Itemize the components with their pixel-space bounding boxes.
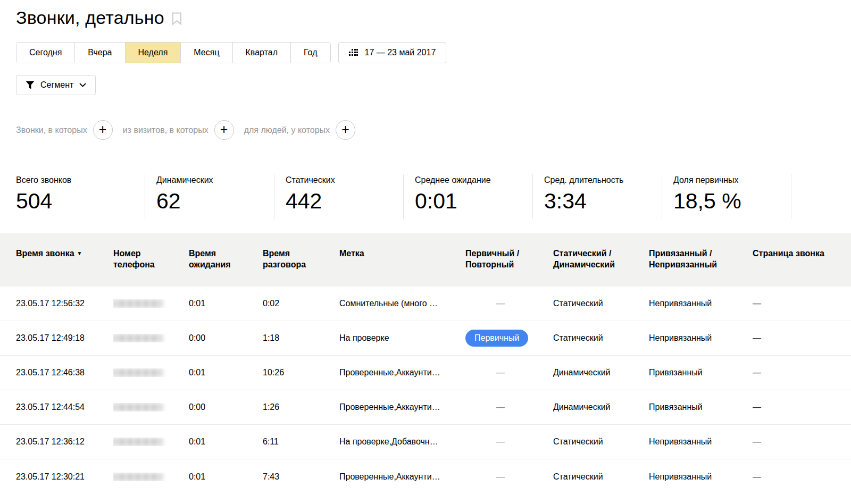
- column-header[interactable]: Страница звонка: [753, 248, 835, 270]
- segment-row: Сегмент: [0, 75, 851, 95]
- add-filter-button[interactable]: +: [214, 120, 234, 140]
- column-header-label: Страница звонка: [753, 249, 824, 258]
- metric-value: 442: [286, 190, 403, 213]
- metric-label: Динамических: [156, 175, 274, 185]
- column-header[interactable]: Привязанный / Непривязанный: [649, 248, 753, 270]
- add-filter-button[interactable]: +: [93, 120, 113, 140]
- talk-time-cell: 0:02: [263, 299, 339, 308]
- primary-badge: Первичный: [465, 330, 528, 347]
- call-time-cell: 23.05.17 12:44:54: [16, 402, 113, 412]
- table-row[interactable]: 23.05.17 12:46:380:0110:26Проверенные,Ак…: [0, 356, 851, 390]
- wait-time-cell: 0:01: [189, 437, 263, 447]
- static-dynamic-cell: Статический: [553, 299, 649, 308]
- phone-cell: [113, 438, 189, 446]
- empty-value-dash: —: [496, 437, 505, 446]
- table-row[interactable]: 23.05.17 12:49:180:001:18На проверкеПерв…: [0, 321, 851, 356]
- static-dynamic-cell: Динамический: [553, 368, 649, 377]
- column-header-label: Привязанный / Непривязанный: [649, 249, 717, 269]
- tag-cell: На проверке: [339, 333, 465, 343]
- column-header[interactable]: Метка: [339, 248, 465, 270]
- metric-card: Доля первичных18,5 %: [662, 174, 791, 219]
- table-header-row: Время звонка▼Номер телефонаВремя ожидани…: [16, 248, 835, 270]
- tag-cell: Проверенные,Аккаунти…: [339, 368, 465, 377]
- call-page-cell: —: [753, 472, 835, 482]
- call-page-cell: —: [753, 402, 835, 412]
- phone-cell: [113, 368, 189, 377]
- column-header[interactable]: Номер телефона: [113, 248, 189, 270]
- binding-cell: Привязанный: [649, 368, 753, 377]
- tab-week[interactable]: Неделя: [125, 43, 181, 63]
- wait-time-cell: 0:01: [189, 472, 263, 482]
- table-row[interactable]: 23.05.17 12:56:320:010:02Сомнительные (м…: [0, 287, 851, 321]
- talk-time-cell: 6:11: [263, 437, 339, 447]
- period-tabs: СегодняВчераНеделяМесяцКварталГод: [16, 42, 331, 63]
- table-body: 23.05.17 12:56:320:010:02Сомнительные (м…: [0, 287, 851, 494]
- metric-card: Сред. длительность3:34: [533, 174, 662, 219]
- metric-value: 504: [16, 190, 145, 213]
- column-header[interactable]: Время звонка▼: [16, 248, 113, 270]
- column-header-label: Метка: [339, 249, 364, 258]
- wait-time-cell: 0:01: [189, 368, 263, 377]
- phone-number-redacted: [113, 299, 162, 308]
- call-time-cell: 23.05.17 12:49:18: [16, 333, 113, 343]
- tag-cell: На проверке,Добавочн…: [339, 437, 465, 447]
- empty-value-dash: —: [496, 402, 505, 411]
- empty-value-dash: —: [496, 368, 505, 377]
- metric-value: 0:01: [415, 190, 532, 213]
- empty-value-dash: —: [496, 299, 505, 308]
- metric-card: Динамических62: [145, 174, 274, 219]
- empty-value-dash: —: [753, 402, 761, 411]
- tab-month[interactable]: Месяц: [180, 43, 232, 63]
- metric-value: 3:34: [544, 190, 662, 213]
- filter-builder-label: Звонки, в которых: [16, 125, 87, 135]
- segment-button[interactable]: Сегмент: [16, 75, 96, 95]
- column-header-label: Время ожидания: [189, 249, 231, 269]
- call-time-cell: 23.05.17 12:30:21: [16, 472, 113, 482]
- empty-value-dash: —: [496, 472, 505, 481]
- talk-time-cell: 1:18: [263, 333, 339, 343]
- tag-cell: Проверенные,Аккаунти…: [339, 472, 465, 482]
- primary-cell: —: [465, 472, 553, 482]
- talk-time-cell: 1:26: [263, 402, 339, 412]
- wait-time-cell: 0:00: [189, 333, 263, 343]
- phone-number-redacted: [113, 368, 162, 377]
- tab-year[interactable]: Год: [290, 43, 330, 63]
- static-dynamic-cell: Статический: [553, 333, 649, 343]
- calls-table: Время звонка▼Номер телефонаВремя ожидани…: [0, 233, 851, 494]
- phone-number-redacted: [113, 334, 162, 342]
- metric-label: Статических: [286, 175, 403, 185]
- filter-builder-people: для людей, у которых+: [244, 120, 365, 140]
- page-header: Звонки, детально: [0, 0, 851, 28]
- add-filter-button[interactable]: +: [336, 120, 355, 140]
- tab-today[interactable]: Сегодня: [16, 43, 74, 63]
- tag-cell: Сомнительные (много …: [339, 299, 465, 308]
- primary-cell: —: [465, 368, 553, 377]
- primary-cell: —: [465, 402, 553, 412]
- table-row[interactable]: 23.05.17 12:44:540:001:26Проверенные,Акк…: [0, 390, 851, 425]
- table-row[interactable]: 23.05.17 12:30:210:017:43Проверенные,Акк…: [0, 459, 851, 494]
- bookmark-icon[interactable]: [172, 12, 182, 26]
- binding-cell: Непривязанный: [649, 472, 753, 482]
- binding-cell: Непривязанный: [649, 437, 753, 447]
- period-controls: СегодняВчераНеделяМесяцКварталГод 17 — 2…: [0, 42, 851, 63]
- primary-cell: Первичный: [465, 330, 553, 347]
- calendar-icon: [349, 49, 358, 56]
- date-range-button[interactable]: 17 — 23 май 2017: [338, 42, 447, 63]
- call-page-cell: —: [753, 299, 835, 308]
- table-row[interactable]: 23.05.17 12:36:120:016:11На проверке,Доб…: [0, 425, 851, 459]
- column-header[interactable]: Статический / Динамический: [553, 248, 649, 270]
- column-header[interactable]: Время разговора: [263, 248, 339, 270]
- column-header-label: Время звонка: [16, 249, 74, 258]
- column-header[interactable]: Первичный / Повторный: [465, 248, 553, 270]
- static-dynamic-cell: Статический: [553, 437, 649, 447]
- phone-cell: [113, 299, 189, 308]
- column-header[interactable]: Время ожидания: [189, 248, 263, 270]
- metric-label: Всего звонков: [16, 175, 145, 185]
- filter-builder-row: Звонки, в которых+из визитов, в которых+…: [0, 120, 851, 140]
- call-time-cell: 23.05.17 12:46:38: [16, 368, 113, 377]
- empty-value-dash: —: [753, 368, 761, 377]
- talk-time-cell: 7:43: [263, 472, 339, 482]
- tab-quarter[interactable]: Квартал: [232, 43, 290, 63]
- tab-yesterday[interactable]: Вчера: [74, 43, 124, 63]
- column-header-label: Статический / Динамический: [553, 249, 615, 269]
